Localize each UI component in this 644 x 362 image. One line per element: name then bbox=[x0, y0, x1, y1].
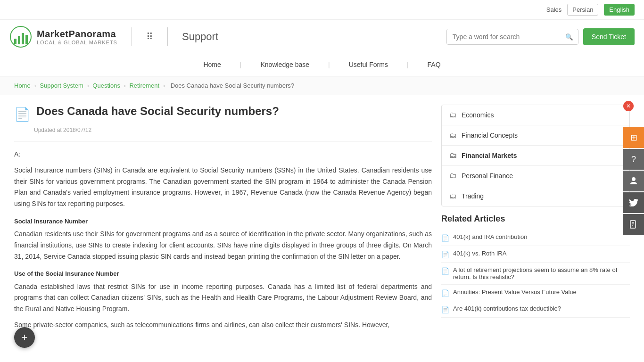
search-input[interactable] bbox=[447, 29, 561, 44]
article-title: Does Canada have Social Security numbers… bbox=[36, 105, 279, 118]
brand-sub: Local & Global Markets bbox=[37, 40, 117, 45]
category-economics-label: Economics bbox=[462, 111, 494, 119]
related-article-1[interactable]: 📄 401(k) and IRA contribution bbox=[441, 230, 630, 246]
header-divider bbox=[132, 27, 132, 46]
related-article-2-label: 401(k) vs. Roth IRA bbox=[453, 250, 506, 257]
breadcrumb-retirement[interactable]: Retirement bbox=[129, 82, 159, 89]
category-financial-concepts[interactable]: 🗂 Financial Concepts bbox=[442, 125, 629, 146]
svg-point-0 bbox=[10, 26, 31, 47]
english-lang-btn[interactable]: English bbox=[604, 4, 635, 16]
nav-bar: Home | Knowledge base | Useful Forms | F… bbox=[0, 54, 644, 76]
twitter-icon bbox=[629, 199, 638, 206]
related-article-2[interactable]: 📄 401(k) vs. Roth IRA bbox=[441, 246, 630, 263]
floating-book-btn[interactable] bbox=[623, 214, 644, 235]
related-article-3-label: A lot of retirement projections seem to … bbox=[453, 266, 630, 280]
sales-link[interactable]: Sales bbox=[546, 6, 562, 13]
breadcrumb-questions[interactable]: Questions bbox=[92, 82, 120, 89]
folder-icon-economics: 🗂 bbox=[449, 111, 457, 119]
article-updated: Updated at 2018/07/12 bbox=[34, 127, 432, 133]
main-layout: 📄 Does Canada have Social Security numbe… bbox=[0, 95, 644, 345]
fab-button[interactable]: + bbox=[14, 327, 35, 345]
doc-icon-1: 📄 bbox=[441, 234, 449, 242]
header-divider2 bbox=[167, 27, 168, 46]
floating-right-panel: ⊞ ? bbox=[623, 127, 644, 235]
logo-area[interactable]: MarketPanorama Local & Global Markets bbox=[9, 25, 117, 48]
related-article-5-label: Are 401(k) contributions tax deductible? bbox=[453, 305, 561, 312]
category-economics[interactable]: 🗂 Economics bbox=[442, 105, 629, 125]
grid-icon[interactable]: ⠿ bbox=[146, 31, 153, 42]
article-area: 📄 Does Canada have Social Security numbe… bbox=[14, 105, 432, 336]
breadcrumb-sep-2: › bbox=[87, 82, 91, 89]
site-header: MarketPanorama Local & Global Markets ⠿ … bbox=[0, 20, 644, 54]
article-header: 📄 Does Canada have Social Security numbe… bbox=[14, 105, 432, 122]
floating-twitter-btn[interactable] bbox=[623, 192, 644, 213]
category-financial-markets-label: Financial Markets bbox=[462, 152, 517, 159]
article-para-2: Canadian residents use their SINs for go… bbox=[14, 229, 432, 262]
breadcrumb-sep-1: › bbox=[34, 82, 38, 89]
breadcrumb-support-system[interactable]: Support System bbox=[40, 82, 83, 89]
article-section2-heading: Use of the Social Insurance Number bbox=[14, 269, 432, 279]
nav-sep-2: | bbox=[328, 54, 330, 76]
category-financial-markets[interactable]: 🗂 Financial Markets bbox=[442, 146, 629, 166]
article-section1-heading: Social Insurance Number bbox=[14, 216, 432, 227]
header-right: 🔍 Send Ticket bbox=[446, 28, 635, 45]
svg-rect-4 bbox=[25, 35, 28, 44]
breadcrumb-home[interactable]: Home bbox=[14, 82, 31, 89]
article-body: A: Social Insurance numbers (SINs) in Ca… bbox=[14, 149, 432, 331]
breadcrumb-sep-4: › bbox=[163, 82, 167, 89]
persian-lang-btn[interactable]: Persian bbox=[567, 4, 598, 16]
breadcrumb-current: Does Canada have Social Security numbers… bbox=[171, 82, 294, 89]
related-articles-title: Related Articles bbox=[441, 214, 630, 224]
category-panel-wrapper: ✕ 🗂 Economics 🗂 Financial Concepts 🗂 Fin… bbox=[441, 105, 630, 214]
folder-icon-personal-finance: 🗂 bbox=[449, 172, 457, 180]
folder-icon-financial-concepts: 🗂 bbox=[449, 131, 457, 140]
nav-home[interactable]: Home bbox=[198, 54, 225, 76]
nav-knowledge-base[interactable]: Knowledge base bbox=[256, 54, 314, 76]
related-article-4[interactable]: 📄 Annuities: Present Value Versus Future… bbox=[441, 285, 630, 301]
nav-sep-3: | bbox=[407, 54, 409, 76]
category-financial-concepts-label: Financial Concepts bbox=[462, 132, 518, 139]
nav-sep-1: | bbox=[240, 54, 242, 76]
related-article-1-label: 401(k) and IRA contribution bbox=[453, 233, 528, 240]
logo-icon bbox=[9, 25, 32, 48]
category-personal-finance[interactable]: 🗂 Personal Finance bbox=[442, 166, 629, 186]
category-trading[interactable]: 🗂 Trading bbox=[442, 186, 629, 206]
related-article-4-label: Annuities: Present Value Versus Future V… bbox=[453, 288, 577, 296]
doc-icon-2: 📄 bbox=[441, 251, 449, 258]
breadcrumb: Home › Support System › Questions › Reti… bbox=[0, 76, 644, 95]
svg-rect-3 bbox=[22, 33, 24, 44]
article-label-a: A: bbox=[14, 149, 432, 160]
category-list: 🗂 Economics 🗂 Financial Concepts 🗂 Finan… bbox=[441, 105, 630, 206]
related-article-3[interactable]: 📄 A lot of retirement projections seem t… bbox=[441, 263, 630, 285]
doc-icon-5: 📄 bbox=[441, 306, 449, 313]
book-icon bbox=[629, 220, 638, 229]
send-ticket-button[interactable]: Send Ticket bbox=[583, 28, 635, 45]
breadcrumb-sep-3: › bbox=[124, 82, 128, 89]
sidebar: ✕ 🗂 Economics 🗂 Financial Concepts 🗂 Fin… bbox=[441, 105, 630, 336]
floating-question-btn[interactable]: ? bbox=[623, 149, 644, 170]
article-para-4: Some private-sector companies, such as t… bbox=[14, 320, 432, 331]
svg-rect-5 bbox=[630, 221, 636, 228]
nav-faq[interactable]: FAQ bbox=[423, 54, 446, 76]
doc-icon-3: 📄 bbox=[441, 267, 449, 275]
svg-rect-1 bbox=[14, 39, 17, 44]
article-doc-icon: 📄 bbox=[14, 107, 31, 122]
folder-icon-trading: 🗂 bbox=[449, 192, 457, 200]
article-para-3: Canada established laws that restrict SI… bbox=[14, 281, 432, 315]
brand-name: MarketPanorama bbox=[37, 29, 117, 40]
nav-useful-forms[interactable]: Useful Forms bbox=[344, 54, 393, 76]
article-divider bbox=[14, 141, 432, 141]
related-article-5[interactable]: 📄 Are 401(k) contributions tax deductibl… bbox=[441, 301, 630, 318]
top-bar: Sales Persian English bbox=[0, 0, 644, 20]
folder-icon-financial-markets: 🗂 bbox=[449, 151, 457, 160]
svg-rect-2 bbox=[18, 36, 20, 44]
floating-person-btn[interactable] bbox=[623, 171, 644, 191]
doc-icon-4: 📄 bbox=[441, 289, 449, 297]
search-box[interactable]: 🔍 bbox=[446, 29, 578, 45]
support-label: Support bbox=[182, 31, 218, 43]
panel-close-btn[interactable]: ✕ bbox=[623, 101, 634, 111]
search-button[interactable]: 🔍 bbox=[561, 30, 578, 44]
category-personal-finance-label: Personal Finance bbox=[462, 172, 513, 180]
floating-grid-btn[interactable]: ⊞ bbox=[623, 127, 644, 148]
category-trading-label: Trading bbox=[462, 192, 484, 200]
